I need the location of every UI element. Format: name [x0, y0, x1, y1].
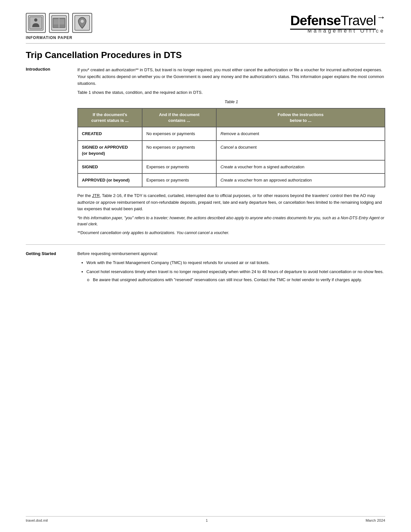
table-row: SIGNED Expenses or payments Create a vou… [78, 160, 385, 174]
row4-action: Create a voucher from an approved author… [216, 173, 385, 187]
row2-status: SIGNED or APPROVED(or beyond) [78, 141, 142, 160]
bullet2-text: Cancel hotel reservations timely when tr… [86, 269, 384, 274]
page-header: INFORMATION PAPER DefenseTravel→ Managem… [26, 13, 385, 40]
logo-map [72, 13, 92, 33]
footnote1: *In this information paper, "you" refers… [77, 215, 385, 227]
info-paper-label: INFORMATION PAPER [26, 35, 73, 40]
getting-started-section: Getting Started Before requesting reimbu… [26, 251, 385, 286]
intro-paragraph2: Table 1 shows the status, condition, and… [77, 89, 385, 96]
footer-page-number: 1 [206, 518, 208, 522]
status-table: If the document'scurrent status is ... A… [77, 108, 385, 187]
sub-bullet-list: Be aware that unsigned authorizations wi… [86, 277, 385, 283]
table-row: SIGNED or APPROVED(or beyond) No expense… [78, 141, 385, 160]
header-divider [26, 43, 385, 44]
row3-status: SIGNED [78, 160, 142, 174]
list-item: Work with the Travel Management Company … [86, 260, 385, 266]
brand-name: DefenseTravel→ [290, 13, 385, 27]
col-header-condition: And if the documentcontains ... [142, 108, 216, 127]
row4-condition: Expenses or payments [142, 173, 216, 187]
row4-status: APPROVED (or beyond) [78, 173, 142, 187]
table-caption: Table 1 [77, 99, 385, 105]
brand-area: DefenseTravel→ Management Office [290, 13, 385, 34]
footnote2: **Document cancellation only applies to … [77, 230, 385, 236]
doc-title: Trip Cancellation Procedures in DTS [26, 50, 385, 60]
jtr-link: JTR [92, 193, 100, 198]
introduction-section: Introduction If you* created an authoriz… [26, 67, 385, 239]
row3-action: Create a voucher from a signed authoriza… [216, 160, 385, 174]
table-header-row: If the document'scurrent status is ... A… [78, 108, 385, 127]
footer-website: travel.dod.mil [26, 518, 48, 522]
logo-shield [26, 13, 46, 33]
footer-date: March 2024 [366, 518, 385, 522]
svg-point-2 [34, 18, 37, 22]
row1-action: Remove a document [216, 127, 385, 141]
row2-action: Cancel a document [216, 141, 385, 160]
sub-list-item: Be aware that unsigned authorizations wi… [93, 277, 385, 283]
getting-started-intro: Before requesting reimbursement approval… [77, 251, 385, 257]
list-item: Cancel hotel reservations timely when tr… [86, 269, 385, 283]
getting-started-content: Before requesting reimbursement approval… [77, 251, 385, 286]
svg-point-15 [81, 20, 84, 23]
logos [26, 13, 92, 33]
section-divider [26, 244, 385, 245]
logo-book [49, 13, 69, 33]
table-row: CREATED No expenses or payments Remove a… [78, 127, 385, 141]
row1-status: CREATED [78, 127, 142, 141]
getting-started-label-text: Getting Started [26, 251, 77, 257]
introduction-content: If you* created an authorization** in DT… [77, 67, 385, 239]
getting-started-label: Getting Started [26, 251, 77, 286]
row1-condition: No expenses or payments [142, 127, 216, 141]
row3-condition: Expenses or payments [142, 160, 216, 174]
col-header-action: Follow the instructionsbelow to ... [216, 108, 385, 127]
col-header-status: If the document'scurrent status is ... [78, 108, 142, 127]
introduction-label: Introduction [26, 67, 77, 239]
intro-paragraph1: If you* created an authorization** in DT… [77, 67, 385, 87]
getting-started-list: Work with the Travel Management Company … [77, 260, 385, 283]
table-row: APPROVED (or beyond) Expenses or payment… [78, 173, 385, 187]
row2-condition: No expenses or payments [142, 141, 216, 160]
jtr-paragraph: Per the JTR, Table 2-16, if the TDY is c… [77, 192, 385, 212]
page: INFORMATION PAPER DefenseTravel→ Managem… [0, 0, 411, 532]
logo-area: INFORMATION PAPER [26, 13, 92, 40]
page-footer: travel.dod.mil 1 March 2024 [26, 516, 385, 522]
